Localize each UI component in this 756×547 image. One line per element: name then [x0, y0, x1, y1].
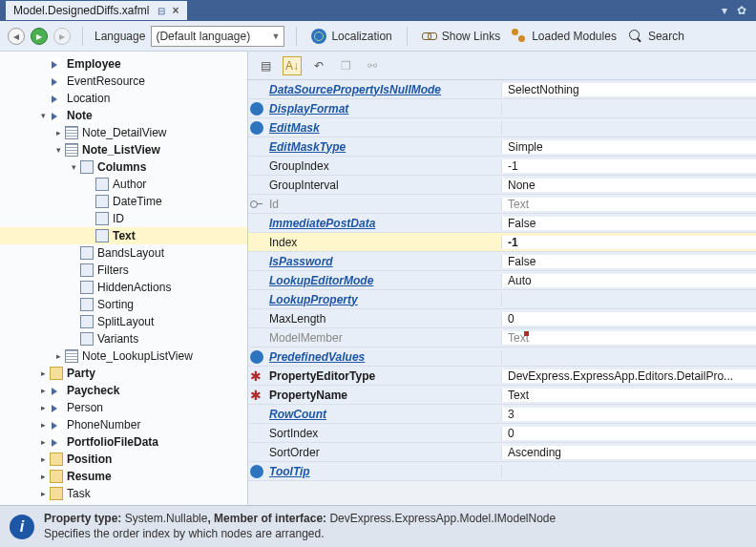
expand-icon[interactable]: ▾ — [69, 162, 78, 172]
alphabetical-button[interactable]: A↓ — [283, 56, 302, 75]
nav-forward-button[interactable]: ▸ — [31, 28, 48, 45]
tree-node[interactable]: ▸Person — [0, 399, 247, 416]
tree-node[interactable]: EventResource — [0, 73, 247, 90]
expand-icon[interactable]: ▸ — [38, 403, 48, 412]
property-row[interactable]: IdText — [248, 195, 756, 214]
property-row[interactable]: DisplayFormat — [248, 99, 756, 118]
property-row[interactable]: ✱PropertyEditorTypeDevExpress.ExpressApp… — [248, 367, 756, 386]
expand-icon[interactable]: ▸ — [38, 454, 48, 464]
property-value[interactable]: DevExpress.ExpressApp.Editors.DetailPro.… — [508, 369, 733, 383]
property-value[interactable]: 0 — [508, 312, 514, 326]
loaded-modules-button[interactable]: Loaded Modules — [509, 27, 620, 46]
tabstrip-actions: ▾ ✿ — [722, 4, 750, 17]
property-row[interactable]: ToolTip — [248, 462, 756, 481]
property-row[interactable]: Index-1 — [248, 233, 756, 252]
property-row[interactable]: EditMask — [248, 118, 756, 137]
categorized-button[interactable]: ▤ — [256, 56, 275, 75]
property-row[interactable]: LookupProperty — [248, 290, 756, 309]
property-name: DataSourcePropertyIsNullMode — [269, 83, 441, 96]
property-row[interactable]: IsPasswordFalse — [248, 252, 756, 271]
arrow-icon — [50, 435, 63, 449]
search-button[interactable]: Search — [625, 27, 687, 46]
expand-icon[interactable]: ▸ — [38, 420, 48, 430]
expand-icon[interactable]: ▸ — [38, 472, 48, 481]
nav-back-button[interactable]: ◂ — [8, 28, 25, 45]
expand-icon[interactable]: ▸ — [38, 489, 48, 498]
property-value[interactable]: Simple — [508, 140, 543, 154]
property-value[interactable]: False — [508, 255, 536, 268]
expand-icon[interactable]: ▾ — [38, 111, 48, 120]
tree-node-label: Filters — [97, 263, 129, 277]
tree-node[interactable]: Author — [0, 176, 247, 193]
property-row[interactable]: LookupEditorModeAuto — [248, 271, 756, 290]
tree-node[interactable]: Text — [0, 227, 247, 244]
property-value[interactable]: Text — [508, 389, 529, 402]
tree-node[interactable]: ID — [0, 210, 247, 227]
property-value[interactable]: 3 — [508, 408, 514, 421]
property-value[interactable]: SelectNothing — [508, 83, 579, 96]
tree-node[interactable]: ▸Party — [0, 365, 247, 382]
language-dropdown[interactable]: (Default language) ▼ — [151, 26, 284, 47]
property-name: IsPassword — [269, 255, 333, 268]
tree-node[interactable]: ▾Columns — [0, 158, 247, 176]
tree-node[interactable]: SplitLayout — [0, 313, 247, 330]
property-row[interactable]: ImmediatePostDataFalse — [248, 214, 756, 233]
property-row[interactable]: MaxLength0 — [248, 309, 756, 328]
tree-node[interactable]: Filters — [0, 262, 247, 279]
property-row[interactable]: EditMaskTypeSimple — [248, 137, 756, 157]
property-row[interactable]: ✱PropertyNameText — [248, 386, 756, 405]
show-links-button[interactable]: Show Links — [419, 27, 503, 46]
property-row[interactable]: DataSourcePropertyIsNullModeSelectNothin… — [248, 80, 756, 99]
undo-button[interactable]: ↶ — [309, 56, 328, 75]
tree-node[interactable]: ▸Note_LookupListView — [0, 347, 247, 365]
document-tab[interactable]: Model.DesignedDiffs.xafml ⊟ × — [6, 1, 187, 20]
tree-node[interactable]: ▸PortfolioFileData — [0, 433, 247, 451]
tree-node[interactable]: Employee — [0, 55, 247, 73]
tree-node[interactable]: BandsLayout — [0, 244, 247, 262]
tree-node[interactable]: ▸Note_DetailView — [0, 124, 247, 141]
tree-node-label: Resume — [67, 470, 112, 483]
overflow-icon[interactable]: ▾ — [722, 4, 727, 17]
property-value[interactable]: -1 — [508, 236, 518, 249]
tree-node[interactable]: DateTime — [0, 193, 247, 210]
expand-icon[interactable]: ▾ — [53, 145, 63, 155]
property-value[interactable]: False — [508, 217, 536, 230]
property-row[interactable]: RowCount3 — [248, 405, 756, 424]
expand-icon[interactable]: ▸ — [38, 386, 48, 395]
tree-node[interactable]: ▸Paycheck — [0, 382, 247, 399]
property-row[interactable]: SortIndex0 — [248, 424, 756, 443]
property-value[interactable]: None — [508, 179, 536, 192]
gear-icon[interactable]: ✿ — [737, 4, 746, 17]
property-value[interactable]: Auto — [508, 274, 532, 287]
property-name: SortIndex — [269, 427, 318, 440]
expand-icon[interactable]: ▸ — [38, 368, 48, 378]
property-row[interactable]: GroupIndex-1 — [248, 157, 756, 176]
tree-node[interactable]: ▸Task — [0, 485, 247, 502]
property-row[interactable]: GroupIntervalNone — [248, 176, 756, 195]
property-value[interactable]: Text — [508, 198, 529, 211]
localization-button[interactable]: Localization — [308, 27, 394, 46]
property-row[interactable]: ModelMemberText — [248, 328, 756, 347]
property-value[interactable]: -1 — [508, 159, 518, 173]
tree-node[interactable]: Location — [0, 90, 247, 107]
tree-node[interactable]: ▸Position — [0, 451, 247, 468]
expand-icon[interactable]: ▸ — [53, 351, 63, 361]
tree-node[interactable]: ▾Note — [0, 107, 247, 124]
pin-icon[interactable]: ⊟ — [158, 6, 165, 16]
tree-node[interactable]: ▾Note_ListView — [0, 141, 247, 158]
tree-node[interactable]: HiddenActions — [0, 279, 247, 296]
tree-node[interactable]: ▸PhoneNumber — [0, 416, 247, 433]
property-row[interactable]: SortOrderAscending — [248, 443, 756, 462]
model-tree[interactable]: EmployeeEventResourceLocation▾Note▸Note_… — [0, 52, 248, 505]
expand-icon[interactable]: ▸ — [38, 437, 48, 447]
close-icon[interactable]: × — [173, 4, 179, 17]
tree-node[interactable]: ▸Resume — [0, 468, 247, 485]
property-value[interactable]: 0 — [508, 427, 514, 440]
tree-node[interactable]: Sorting — [0, 296, 247, 313]
property-grid[interactable]: DataSourcePropertyIsNullModeSelectNothin… — [248, 80, 756, 505]
property-value[interactable]: Ascending — [508, 446, 561, 459]
tree-node[interactable]: Variants — [0, 330, 247, 347]
expand-icon[interactable]: ▸ — [53, 128, 63, 137]
arrow-icon — [50, 74, 63, 88]
property-row[interactable]: PredefinedValues — [248, 347, 756, 367]
